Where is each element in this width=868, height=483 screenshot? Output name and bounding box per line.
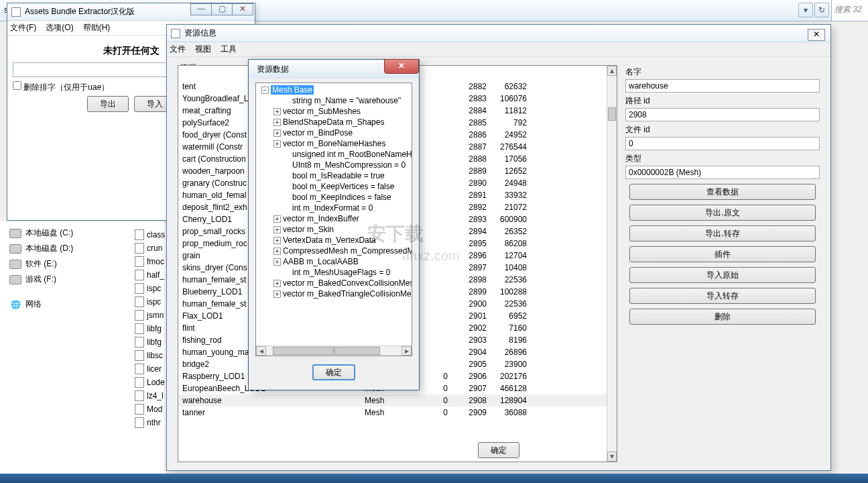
label-pathid: 路径 id: [625, 95, 820, 107]
tree-node[interactable]: unsigned int m_RootBoneNameHash: [257, 149, 410, 160]
label-fileid: 文件 id: [625, 124, 820, 136]
tree-node[interactable]: string m_Name = "warehouse": [257, 95, 410, 106]
menu-file[interactable]: 文件(F): [10, 22, 36, 34]
file-item[interactable]: lz4_l: [131, 389, 171, 402]
title-bar[interactable]: 资源数据 ✕: [249, 60, 419, 78]
tree-node[interactable]: +vector m_BakedTriangleCollisionMes: [257, 288, 410, 299]
export-raw-button[interactable]: 导出.原文: [629, 205, 816, 221]
file-item[interactable]: ispc: [131, 295, 171, 309]
file-item[interactable]: libfg: [131, 335, 171, 349]
file-item[interactable]: crun: [131, 241, 171, 255]
ok-button[interactable]: 确定: [312, 364, 355, 380]
plugin-button[interactable]: 插件: [629, 246, 816, 262]
value-type[interactable]: 0x0000002B (Mesh): [625, 166, 820, 179]
view-data-button[interactable]: 查看数据: [629, 184, 816, 200]
file-item[interactable]: Mod: [131, 402, 171, 416]
tree-node[interactable]: bool m_IsReadable = true: [257, 170, 410, 181]
scroll-thumb[interactable]: [273, 347, 380, 355]
expand-icon[interactable]: +: [273, 248, 281, 255]
menu-view[interactable]: 视图: [195, 44, 211, 55]
tree-node[interactable]: UInt8 m_MeshCompression = 0: [257, 160, 410, 170]
file-item[interactable]: Lode: [131, 376, 171, 389]
collapse-icon[interactable]: −: [261, 87, 269, 94]
window-title: 资源数据: [257, 64, 289, 75]
title-bar[interactable]: 资源信息: [167, 25, 830, 42]
file-item[interactable]: class: [131, 228, 171, 241]
tree-node[interactable]: int m_IndexFormat = 0: [257, 203, 410, 213]
tree-node[interactable]: +AABB m_LocalAABB: [257, 256, 410, 267]
file-icon: [135, 256, 144, 267]
search-input[interactable]: 搜索 32: [831, 0, 868, 21]
expand-icon[interactable]: +: [273, 280, 281, 287]
minimize-button[interactable]: —: [190, 3, 212, 15]
export-dump-button[interactable]: 导出.转存: [629, 225, 816, 241]
expand-icon[interactable]: +: [273, 215, 281, 223]
expand-icon[interactable]: +: [273, 258, 281, 266]
refresh-icon[interactable]: ↻: [814, 3, 829, 17]
close-button[interactable]: ✕: [232, 3, 253, 15]
file-item[interactable]: libsc: [131, 349, 171, 362]
import-dump-button[interactable]: 导入转存: [629, 288, 816, 304]
tree-node[interactable]: +vector m_BakedConvexCollisionMesh: [257, 278, 410, 288]
tree-root[interactable]: Mesh Base: [271, 85, 314, 95]
horizontal-scrollbar[interactable]: ◂ ⦀ ▸: [256, 345, 412, 356]
table-row[interactable]: tannerMesh0290936088: [178, 407, 607, 419]
file-item[interactable]: nthr: [131, 416, 171, 429]
scroll-left-icon[interactable]: ◂: [256, 346, 266, 356]
file-icon: [135, 323, 144, 334]
tree-node[interactable]: +vector m_IndexBuffer: [257, 213, 410, 224]
menu-help[interactable]: 帮助(H): [83, 22, 111, 34]
file-item[interactable]: libfg: [131, 322, 171, 335]
value-pathid[interactable]: 2908: [625, 108, 820, 121]
export-button[interactable]: 导出: [87, 96, 129, 112]
menu-tools[interactable]: 工具: [221, 44, 237, 55]
tree-node[interactable]: +vector m_BindPose: [257, 127, 410, 138]
menu-options[interactable]: 选项(O): [46, 22, 73, 34]
tree-node[interactable]: +vector m_BoneNameHashes: [257, 138, 410, 149]
tree-node[interactable]: +vector m_Skin: [257, 224, 410, 235]
tree-node[interactable]: +vector m_SubMeshes: [257, 106, 410, 117]
value-name[interactable]: warehouse: [625, 79, 820, 93]
expand-icon[interactable]: +: [273, 140, 281, 148]
tree-node[interactable]: +BlendShapeData m_Shapes: [257, 117, 410, 127]
file-icon: [135, 283, 144, 294]
checkbox-remove[interactable]: 删除排字（仅用于uae）: [13, 83, 109, 92]
expand-icon[interactable]: +: [273, 108, 281, 115]
menu-file[interactable]: 文件: [170, 44, 186, 55]
expand-icon[interactable]: +: [273, 290, 281, 298]
menu-bar: 文件 视图 工具: [167, 42, 830, 57]
file-item[interactable]: fmoc: [131, 255, 171, 268]
expand-icon[interactable]: +: [273, 129, 281, 137]
file-item[interactable]: half_: [131, 268, 171, 282]
title-bar[interactable]: Assets Bundle Extractor汉化版 — ▢ ✕: [7, 3, 255, 21]
scroll-up-icon[interactable]: ▴: [607, 66, 617, 76]
tree-view[interactable]: −Mesh Base string m_Name = "warehouse"+v…: [255, 83, 412, 356]
dropdown-icon[interactable]: ▾: [798, 3, 813, 17]
file-item[interactable]: licer: [131, 362, 171, 376]
value-fileid[interactable]: 0: [625, 137, 820, 150]
tree-node[interactable]: +VertexData m_VertexData: [257, 235, 410, 246]
file-item[interactable]: ispc: [131, 282, 171, 295]
scroll-down-icon[interactable]: ▾: [607, 451, 617, 462]
expand-icon[interactable]: +: [273, 226, 281, 233]
window-title: Assets Bundle Extractor汉化版: [25, 6, 135, 17]
import-raw-button[interactable]: 导入原始: [629, 267, 816, 283]
delete-button[interactable]: 删除: [629, 309, 816, 325]
close-button[interactable]: ✕: [384, 59, 419, 74]
file-item[interactable]: jsmn: [131, 309, 171, 322]
vertical-scrollbar[interactable]: ▴ ▾: [607, 66, 617, 462]
taskbar[interactable]: [0, 474, 868, 483]
ok-button[interactable]: 确定: [478, 442, 519, 458]
maximize-button[interactable]: ▢: [211, 3, 233, 15]
tree-node[interactable]: bool m_KeepVertices = false: [257, 181, 410, 192]
close-button[interactable]: ✕: [808, 29, 825, 41]
tree-node[interactable]: +CompressedMesh m_CompressedMe: [257, 246, 410, 256]
app-icon: [171, 29, 180, 38]
tree-node[interactable]: int m_MeshUsageFlags = 0: [257, 267, 410, 278]
expand-icon[interactable]: +: [273, 119, 281, 126]
tree-node[interactable]: bool m_KeepIndices = false: [257, 192, 410, 203]
scroll-right-icon[interactable]: ▸: [401, 346, 412, 356]
table-row[interactable]: warehouseMesh02908128904: [178, 394, 607, 407]
scroll-thumb[interactable]: [608, 107, 616, 121]
expand-icon[interactable]: +: [273, 237, 281, 244]
